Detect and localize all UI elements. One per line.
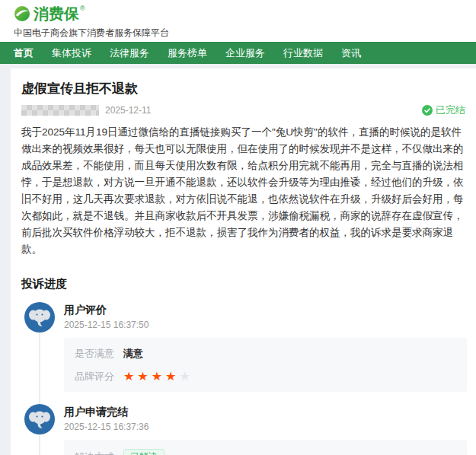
complaint-meta: 2025-12-11 已完结 xyxy=(21,104,467,116)
main-content: 虚假宣传且拒不退款 2025-12-11 已完结 我于2025年11月19日通过… xyxy=(0,68,476,455)
detail-row: 解决方式已解决 xyxy=(75,449,456,455)
status-text: 已完结 xyxy=(436,103,465,117)
nav-item-企业服务[interactable]: 企业服务 xyxy=(225,46,265,60)
timeline: 用户评价 2025-12-15 16:37:50 是否满意满意品牌评分★★★★★… xyxy=(24,302,467,455)
detail-value: 满意 xyxy=(123,347,143,360)
elephant-avatar-icon xyxy=(24,302,55,332)
nav-item-法律服务[interactable]: 法律服务 xyxy=(110,46,149,60)
nav-item-集体投诉[interactable]: 集体投诉 xyxy=(52,46,91,60)
detail-row: 品牌评分★★★★★ xyxy=(75,370,456,383)
site-tagline: 中国电子商会旗下消费者服务保障平台 xyxy=(14,27,476,40)
timeline-item-title: 用户申请完结 xyxy=(64,405,467,418)
status-badge: 已完结 xyxy=(422,103,465,117)
timeline-item: 用户评价 2025-12-15 16:37:50 是否满意满意品牌评分★★★★★ xyxy=(24,302,467,392)
nav-item-首页[interactable]: 首页 xyxy=(14,46,34,60)
logo-text: 消费保 xyxy=(34,5,79,23)
star-icon: ★ xyxy=(179,370,190,383)
complaint-card: 虚假宣传且拒不退款 2025-12-11 已完结 我于2025年11月19日通过… xyxy=(11,68,476,455)
timeline-detail-box: 是否满意满意品牌评分★★★★★ xyxy=(64,338,467,392)
timeline-item-timestamp: 2025-12-15 16:37:50 xyxy=(64,320,467,330)
detail-row: 是否满意满意 xyxy=(75,347,456,360)
complaint-title: 虚假宣传且拒不退款 xyxy=(21,80,467,98)
brand-leaf-icon xyxy=(14,5,30,22)
logo[interactable]: 消费保 ® xyxy=(14,5,476,24)
timeline-detail-box: 解决方式已解决解决方案退款申请原因商家主动联系已解决问题 xyxy=(64,440,467,455)
main-nav: 首页集体投诉法律服务服务榜单企业服务行业数据资讯 xyxy=(0,42,476,64)
star-icon: ★ xyxy=(123,370,134,383)
logo-registered-mark: ® xyxy=(80,5,85,12)
detail-label: 解决方式 xyxy=(75,450,114,455)
blurred-username xyxy=(21,105,99,116)
complaint-date: 2025-12-11 xyxy=(105,105,152,116)
timeline-item-timestamp: 2025-12-15 16:37:36 xyxy=(64,422,467,432)
elephant-avatar-icon xyxy=(24,404,55,434)
complaint-body: 我于2025年11月19日通过微信给的直播链接购买了一个"兔U快剪"的软件，直播… xyxy=(21,124,467,258)
nav-item-资讯[interactable]: 资讯 xyxy=(341,46,361,60)
detail-label: 是否满意 xyxy=(75,347,114,360)
site-header: 消费保 ® 中国电子商会旗下消费者服务保障平台 xyxy=(0,0,476,42)
progress-heading: 投诉进度 xyxy=(21,277,467,291)
timeline-item-title: 用户评价 xyxy=(64,303,467,317)
timeline-item: 用户申请完结 2025-12-15 16:37:36 解决方式已解决解决方案退款… xyxy=(24,404,467,455)
resolved-badge: 已解决 xyxy=(123,449,165,455)
timeline-item-content: 用户申请完结 2025-12-15 16:37:36 解决方式已解决解决方案退款… xyxy=(64,404,467,455)
star-icon: ★ xyxy=(137,370,148,383)
star-rating: ★★★★★ xyxy=(123,370,193,383)
detail-label: 品牌评分 xyxy=(75,370,114,383)
nav-item-服务榜单[interactable]: 服务榜单 xyxy=(168,46,207,60)
star-icon: ★ xyxy=(165,370,176,383)
check-circle-icon xyxy=(422,105,433,116)
star-icon: ★ xyxy=(152,370,162,383)
timeline-item-content: 用户评价 2025-12-15 16:37:50 是否满意满意品牌评分★★★★★ xyxy=(64,302,467,392)
nav-item-行业数据[interactable]: 行业数据 xyxy=(283,46,323,60)
